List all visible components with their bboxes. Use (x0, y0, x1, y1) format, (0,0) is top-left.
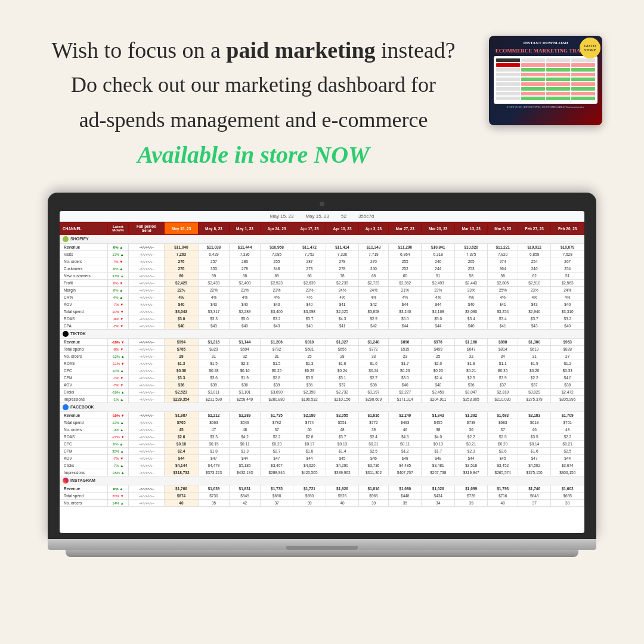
table-row: CR%4% ▲~∿∿∿∿∿~4%4%4%4%4%4%4%4%4%4%4%4%4% (60, 294, 584, 301)
sheet-tab-1: May 15, 23 (270, 213, 294, 219)
col-trend: Full period trend (129, 222, 165, 235)
section-instagram: INSTAGRAM (60, 476, 584, 485)
table-row: Margin0% ▲~∿∿∿∿∿~22%22%21%23%23%24%24%21… (60, 287, 584, 294)
sheet-header: May 15, 23 May 15, 23 52 355c7d (60, 211, 584, 222)
table-row: Total spend13% ▲~∿∿∿∿∿~$765$663$549$782$… (60, 419, 584, 426)
headline-bold: paid marketing (226, 38, 375, 63)
table-row: AOV-7% ▼~∿∿∿∿∿~$44$47$44$47$44$45$46$48$… (60, 455, 584, 462)
col-may1: May 1, 23 (230, 222, 261, 235)
text-content: Wish to focus on a paid marketing instea… (36, 36, 489, 169)
table-row: CPA-7% ▼~∿∿∿∿∿~$40$43$40$43$40$41$42$44$… (60, 323, 584, 330)
table-row: AOV-7% ▼~∿∿∿∿∿~$40$43$40$43$40$41$42$44$… (60, 301, 584, 308)
table-row: No. orders7% ▼~∿∿∿∿∿~2762572862552872782… (60, 258, 584, 265)
laptop-camera (320, 202, 324, 206)
sheet-tab-3: 52 (341, 213, 346, 219)
sheet-tab-4: 355c7d (358, 213, 374, 219)
table-row: Total spend20% ▼~∿∿∿∿∿~$874$730$549$680$… (60, 493, 584, 500)
col-channel: CHANNEL (60, 222, 108, 235)
laptop-base (48, 539, 596, 550)
sheet-tab-2: May 15, 23 (305, 213, 329, 219)
product-card: INSTANT DOWNLOAD ECOMMERCE MARKETING TRA… (489, 36, 602, 125)
table-row: ROAS-22% ▼~∿∿∿∿∿~$2.6$3.3$4.2$2.2$2.8$3.… (60, 434, 584, 441)
table-row: Impressions-15% ▲~∿∿∿∿∿~$318,732$373,223… (60, 469, 584, 476)
col-mar6: Mar 6, 23 (488, 222, 518, 235)
headline-part1: Wish to focus on a (51, 38, 226, 63)
top-section: Wish to focus on a paid marketing instea… (0, 0, 644, 187)
col-mar20: Mar 20, 23 (422, 222, 454, 235)
table-row: New customers37% ▲~∿∿∿∿∿~805958696678686… (60, 273, 584, 280)
table-row: CPM35% ▲~∿∿∿∿∿~$2.4$1.8$1.3$2.7$1.8$1.4$… (60, 448, 584, 455)
table-row: Total spend10% ▼~∿∿∿∿∿~$3,643$3,317$2,28… (60, 308, 584, 315)
col-apr10: Apr 10, 23 (326, 222, 359, 235)
section-shopify: SHOPIFY (60, 235, 584, 244)
table-row: No. orders-12% ▲~∿∿∿∿∿~28313231252833232… (60, 353, 584, 360)
table-row: Total spend-8% ▼~∿∿∿∿∿~$765$829$504$782$… (60, 346, 584, 353)
subheadline: Do check out our marketing dashboard for (36, 70, 471, 100)
col-latest: Latest MoW% (108, 222, 129, 235)
spreadsheet: May 15, 23 May 15, 23 52 355c7d CHANNEL … (60, 211, 584, 533)
col-apr3: Apr 3, 23 (358, 222, 388, 235)
headline: Wish to focus on a paid marketing instea… (36, 36, 471, 65)
laptop-bottom (66, 550, 578, 557)
table-row: No. orders-3% ▲~∿∿∿∿∿~454748375048394638… (60, 426, 584, 434)
table-row: AOV-7% ▼~∿∿∿∿∿~$36$39$36$39$36$37$38$40$… (60, 382, 584, 389)
table-row: Impressions-1% ▲~∿∿∿∿∿~$229,354$231,590$… (60, 396, 584, 403)
data-table: CHANNEL Latest MoW% Full period trend Ma… (60, 222, 584, 507)
subheadline2: ad-spends management and e-commerce (36, 105, 471, 135)
table-row: Revenue6% ▲~∿∿∿∿∿~$1,766$1,639$1,831$1,7… (60, 485, 584, 493)
product-badge: GO TO STORE (580, 38, 600, 58)
product-spreadsheet-preview (494, 56, 597, 104)
col-feb27: Feb 27, 23 (518, 222, 550, 235)
col-feb20: Feb 20, 23 (551, 222, 584, 235)
col-may15: May 15, 23 (165, 222, 199, 235)
table-row: ROAS-11% ▼~∿∿∿∿∿~$1.3$1.5$2.3$1.5$1.3$1.… (60, 360, 584, 367)
laptop-screen-bezel: May 15, 23 May 15, 23 52 355c7d CHANNEL … (48, 193, 596, 539)
col-may8: May 8, 23 (198, 222, 229, 235)
col-mar13: Mar 13, 23 (454, 222, 487, 235)
table-row: Clicks-16% ▲~∿∿∿∿∿~$2,523$3,011$3,101$3,… (60, 389, 584, 396)
table-row: CPC10% ▲~∿∿∿∿∿~$0.30$0.28$0.16$0.25$0.29… (60, 367, 584, 374)
laptop-section: May 15, 23 May 15, 23 52 355c7d CHANNEL … (0, 193, 644, 557)
headline-part2: instead? (376, 38, 456, 63)
table-row: Visits13% ▲~∿∿∿∿∿~7,2636,4297,3367,0857,… (60, 251, 584, 258)
table-row: No. orders14% ▲~∿∿∿∿∿~403542373940393534… (60, 500, 584, 507)
product-image[interactable]: INSTANT DOWNLOAD ECOMMERCE MARKETING TRA… (489, 36, 608, 131)
table-row: CPM-7% ▼~∿∿∿∿∿~$3.3$3.6$1.9$2.8$3.5$3.1$… (60, 374, 584, 382)
table-row: CPC0% ▲~∿∿∿∿∿~$0.18$0.15$0.11$0.23$0.17$… (60, 441, 584, 448)
table-row: Profit0% ▼~∿∿∿∿∿~$2,429$2,433$2,403$2,52… (60, 280, 584, 287)
col-mar27: Mar 27, 23 (389, 222, 422, 235)
col-apr24: Apr 24, 23 (261, 222, 293, 235)
section-facebook: FACEBOOK (60, 403, 584, 412)
table-row: Revenue-18% ▼~∿∿∿∿∿~$994$1,216$1,144$1,2… (60, 339, 584, 346)
table-row: ROAS-9% ▼~∿∿∿∿∿~$3.0$3.3$5.0$3.2$3.7$4.3… (60, 315, 584, 323)
available-text: Available in store NOW (36, 141, 471, 169)
screen-content: May 15, 23 May 15, 23 52 355c7d CHANNEL … (60, 211, 584, 533)
laptop-outer: May 15, 23 May 15, 23 52 355c7d CHANNEL … (48, 193, 596, 557)
table-row: Revenue0% ▲~∿∿∿∿∿~$11,040$11,038$11,444$… (60, 244, 584, 251)
table-row: Customers8% ▲~∿∿∿∿∿~27635327834827327826… (60, 265, 584, 273)
col-apr17: Apr 17, 23 (293, 222, 326, 235)
section-tiktok: TIKTOK (60, 330, 584, 339)
table-row: Clicks-7% ▲~∿∿∿∿∿~$4,144$4,479$5,186$3,4… (60, 462, 584, 469)
table-row: Revenue-10% ▼~∿∿∿∿∿~$1,987$2,212$2,289$1… (60, 412, 584, 419)
product-footer: FAST | USE | EFFECTIVE | CUSTOMISABLE Tr… (494, 106, 597, 109)
